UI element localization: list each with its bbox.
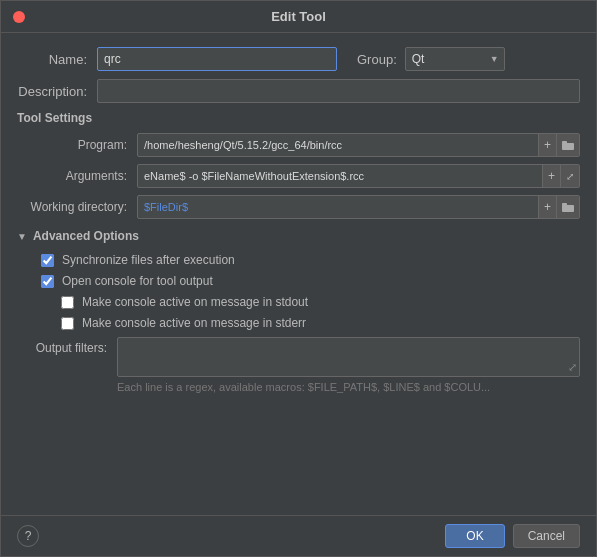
title-bar: Edit Tool (1, 1, 596, 33)
close-button[interactable] (13, 11, 25, 23)
working-dir-input[interactable] (138, 196, 538, 218)
arguments-add-button[interactable]: + (542, 165, 560, 187)
tool-settings-header: Tool Settings (17, 111, 580, 125)
description-label: Description: (17, 84, 97, 99)
name-group-row: Name: Group: Qt (17, 47, 580, 71)
dialog-title: Edit Tool (271, 9, 326, 24)
program-input-wrapper: + (137, 133, 580, 157)
svg-rect-3 (562, 203, 567, 206)
program-row: Program: + (17, 133, 580, 157)
open-console-label: Open console for tool output (62, 274, 213, 288)
active-stderr-label: Make console active on message in stderr (82, 316, 306, 330)
sync-files-checkbox[interactable] (41, 254, 54, 267)
sync-files-label: Synchronize files after execution (62, 253, 235, 267)
active-stderr-row: Make console active on message in stderr (17, 316, 580, 330)
output-filters-label: Output filters: (17, 337, 117, 355)
active-stderr-checkbox[interactable] (61, 317, 74, 330)
advanced-section: ▼ Advanced Options Synchronize files aft… (17, 229, 580, 397)
name-input[interactable] (97, 47, 337, 71)
open-console-row: Open console for tool output (17, 274, 580, 288)
active-stdout-label: Make console active on message in stdout (82, 295, 308, 309)
svg-rect-0 (562, 143, 574, 150)
arguments-input-wrapper: + ⤢ (137, 164, 580, 188)
help-button[interactable]: ? (17, 525, 39, 547)
group-select-wrapper: Qt (405, 47, 505, 71)
arguments-label: Arguments: (17, 169, 137, 183)
footer-buttons: OK Cancel (445, 524, 580, 548)
arguments-row: Arguments: + ⤢ (17, 164, 580, 188)
open-console-checkbox[interactable] (41, 275, 54, 288)
working-dir-label: Working directory: (17, 200, 137, 214)
cancel-button[interactable]: Cancel (513, 524, 580, 548)
program-add-button[interactable]: + (538, 134, 556, 156)
footer: ? OK Cancel (1, 515, 596, 556)
program-label: Program: (17, 138, 137, 152)
working-dir-add-button[interactable]: + (538, 196, 556, 218)
description-input[interactable] (97, 79, 580, 103)
group-label: Group: (357, 52, 397, 67)
program-input[interactable] (138, 134, 538, 156)
program-folder-button[interactable] (556, 134, 579, 156)
svg-rect-1 (562, 141, 567, 144)
output-filters-row: Output filters: ⤢ (17, 337, 580, 377)
advanced-options-label: Advanced Options (33, 229, 139, 243)
output-filters-input[interactable] (118, 338, 579, 376)
active-stdout-row: Make console active on message in stdout (17, 295, 580, 309)
working-dir-row: Working directory: + (17, 195, 580, 219)
group-row: Group: Qt (357, 47, 505, 71)
output-filters-expand-button[interactable]: ⤢ (568, 361, 577, 374)
hint-text: Each line is a regex, available macros: … (17, 377, 580, 397)
svg-rect-2 (562, 205, 574, 212)
active-stdout-checkbox[interactable] (61, 296, 74, 309)
description-row: Description: (17, 79, 580, 103)
group-select[interactable]: Qt (405, 47, 505, 71)
advanced-options-toggle[interactable]: ▼ Advanced Options (17, 229, 580, 243)
working-dir-input-wrapper: + (137, 195, 580, 219)
ok-button[interactable]: OK (445, 524, 504, 548)
dialog-content: Name: Group: Qt Description: Tool Settin… (1, 33, 596, 515)
working-dir-folder-button[interactable] (556, 196, 579, 218)
arguments-input[interactable] (138, 165, 542, 187)
edit-tool-dialog: Edit Tool Name: Group: Qt Description: T… (0, 0, 597, 557)
output-filters-input-wrapper: ⤢ (117, 337, 580, 377)
name-label: Name: (17, 52, 97, 67)
sync-files-row: Synchronize files after execution (17, 253, 580, 267)
arguments-expand-button[interactable]: ⤢ (560, 165, 579, 187)
toggle-triangle: ▼ (17, 231, 27, 242)
